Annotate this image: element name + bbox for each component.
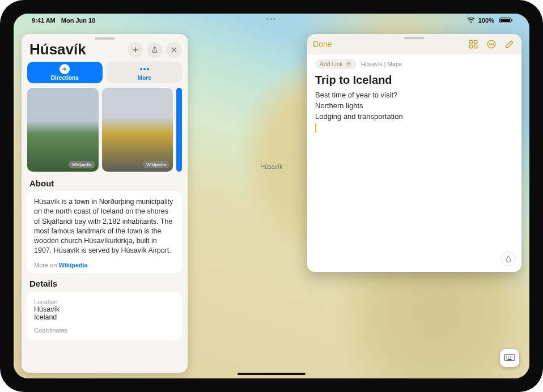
place-card[interactable]: Húsavík D bbox=[22, 34, 188, 373]
svg-point-1 bbox=[143, 68, 146, 70]
add-link-chip[interactable]: Add Link + bbox=[315, 59, 357, 69]
done-button[interactable]: Done bbox=[313, 40, 332, 49]
svg-point-9 bbox=[491, 44, 492, 45]
note-line[interactable]: Lodging and transportation bbox=[315, 112, 514, 122]
about-text: Húsavík is a town in Norðurþing municipa… bbox=[34, 197, 175, 256]
plus-icon: + bbox=[345, 61, 352, 67]
drag-handle[interactable] bbox=[404, 37, 425, 39]
photo-source-badge: Wikipedia bbox=[69, 161, 95, 168]
details-heading: Details bbox=[22, 278, 188, 292]
wifi-icon bbox=[467, 18, 475, 23]
close-button[interactable] bbox=[166, 42, 182, 58]
note-breadcrumb[interactable]: Húsavík | Maps bbox=[361, 61, 402, 67]
details-card: Location Húsavík Iceland Coordinates bbox=[27, 292, 182, 340]
location-label: Location bbox=[34, 299, 175, 305]
add-button[interactable] bbox=[128, 42, 143, 58]
status-time: 9:41 AM bbox=[32, 17, 56, 24]
directions-icon bbox=[60, 64, 70, 74]
svg-point-8 bbox=[489, 44, 490, 45]
note-editor[interactable]: Add Link + Húsavík | Maps Trip to Icelan… bbox=[307, 54, 521, 272]
about-card: Húsavík is a town in Norðurþing municipa… bbox=[27, 191, 182, 273]
share-button[interactable] bbox=[147, 42, 163, 58]
status-date: Mon Jun 10 bbox=[61, 17, 96, 24]
svg-rect-4 bbox=[474, 40, 477, 43]
coordinates-label: Coordinates bbox=[34, 327, 175, 334]
markup-button[interactable] bbox=[501, 252, 516, 266]
about-heading: About bbox=[22, 177, 188, 191]
note-line[interactable]: Best time of year to visit? bbox=[315, 90, 514, 101]
more-icon bbox=[139, 64, 150, 74]
battery-percent: 100% bbox=[478, 17, 494, 24]
svg-point-2 bbox=[147, 68, 149, 70]
svg-rect-5 bbox=[469, 45, 472, 48]
note-title[interactable]: Trip to Iceland bbox=[315, 74, 514, 87]
map-place-label: Húsavík bbox=[260, 163, 283, 170]
photo-item[interactable]: Wikipedia bbox=[102, 88, 173, 172]
text-cursor bbox=[315, 123, 316, 133]
more-button[interactable]: More bbox=[107, 62, 183, 83]
place-title: Húsavík bbox=[29, 41, 86, 58]
keyboard-button[interactable] bbox=[500, 349, 519, 367]
photo-item[interactable] bbox=[176, 88, 182, 172]
drag-handle[interactable] bbox=[95, 37, 115, 40]
svg-rect-6 bbox=[474, 45, 477, 48]
photo-source-badge: Wikipedia bbox=[143, 161, 169, 168]
svg-point-10 bbox=[493, 44, 494, 45]
compose-icon[interactable] bbox=[503, 38, 516, 50]
directions-button[interactable]: Directions bbox=[27, 62, 103, 83]
about-more-link[interactable]: More on Wikipedia bbox=[34, 262, 175, 269]
multitask-indicator-icon[interactable]: ••• bbox=[267, 16, 277, 22]
photo-carousel[interactable]: Wikipedia Wikipedia bbox=[22, 88, 188, 177]
svg-point-0 bbox=[140, 68, 142, 70]
location-line2: Iceland bbox=[34, 313, 175, 321]
gallery-icon[interactable] bbox=[467, 38, 480, 50]
photo-item[interactable]: Wikipedia bbox=[27, 88, 99, 172]
more-options-icon[interactable] bbox=[485, 38, 498, 50]
location-line1: Húsavík bbox=[34, 305, 175, 313]
more-label: More bbox=[138, 75, 151, 81]
directions-label: Directions bbox=[51, 75, 79, 81]
battery-icon bbox=[498, 18, 511, 23]
note-line[interactable]: Northern lights bbox=[315, 101, 514, 112]
svg-rect-3 bbox=[469, 40, 472, 43]
quick-note-panel[interactable]: Done Add Link + bbox=[307, 34, 521, 272]
home-indicator[interactable] bbox=[237, 373, 306, 375]
